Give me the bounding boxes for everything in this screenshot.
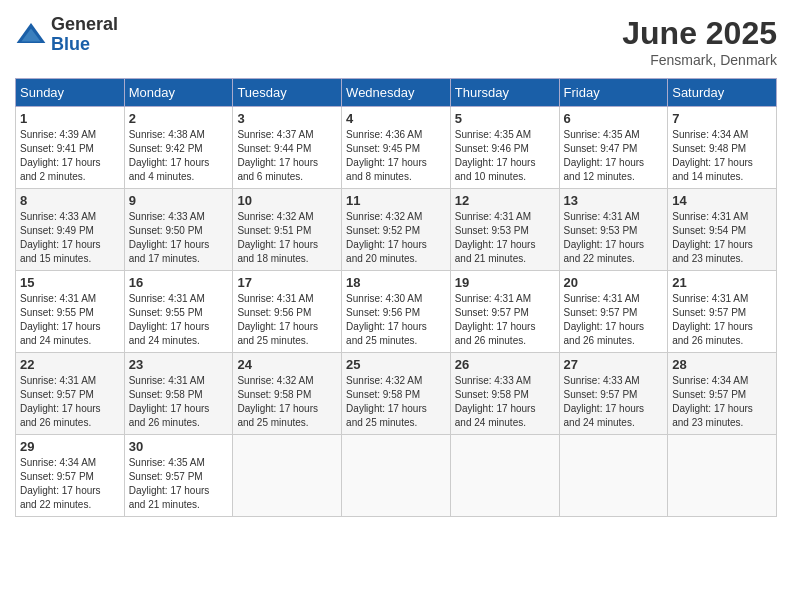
sunrise-label: Sunrise: 4:31 AM — [672, 293, 748, 304]
calendar-cell: 24 Sunrise: 4:32 AM Sunset: 9:58 PM Dayl… — [233, 353, 342, 435]
sunrise-label: Sunrise: 4:36 AM — [346, 129, 422, 140]
daylight-label: Daylight: 17 hours and 24 minutes. — [20, 321, 101, 346]
sunset-label: Sunset: 9:49 PM — [20, 225, 94, 236]
daylight-label: Daylight: 17 hours and 15 minutes. — [20, 239, 101, 264]
daylight-label: Daylight: 17 hours and 24 minutes. — [129, 321, 210, 346]
daylight-label: Daylight: 17 hours and 26 minutes. — [564, 321, 645, 346]
sunrise-label: Sunrise: 4:37 AM — [237, 129, 313, 140]
calendar-cell — [668, 435, 777, 517]
sunset-label: Sunset: 9:56 PM — [346, 307, 420, 318]
sunset-label: Sunset: 9:45 PM — [346, 143, 420, 154]
daylight-label: Daylight: 17 hours and 4 minutes. — [129, 157, 210, 182]
sunset-label: Sunset: 9:50 PM — [129, 225, 203, 236]
calendar-header-sunday: Sunday — [16, 79, 125, 107]
day-info: Sunrise: 4:35 AM Sunset: 9:47 PM Dayligh… — [564, 128, 664, 184]
day-info: Sunrise: 4:31 AM Sunset: 9:57 PM Dayligh… — [564, 292, 664, 348]
sunset-label: Sunset: 9:58 PM — [129, 389, 203, 400]
day-info: Sunrise: 4:31 AM Sunset: 9:57 PM Dayligh… — [455, 292, 555, 348]
calendar-cell: 1 Sunrise: 4:39 AM Sunset: 9:41 PM Dayli… — [16, 107, 125, 189]
day-info: Sunrise: 4:37 AM Sunset: 9:44 PM Dayligh… — [237, 128, 337, 184]
daylight-label: Daylight: 17 hours and 22 minutes. — [20, 485, 101, 510]
calendar-cell: 23 Sunrise: 4:31 AM Sunset: 9:58 PM Dayl… — [124, 353, 233, 435]
sunrise-label: Sunrise: 4:34 AM — [672, 129, 748, 140]
day-number: 30 — [129, 439, 229, 454]
daylight-label: Daylight: 17 hours and 22 minutes. — [564, 239, 645, 264]
day-info: Sunrise: 4:31 AM Sunset: 9:53 PM Dayligh… — [455, 210, 555, 266]
calendar-cell: 30 Sunrise: 4:35 AM Sunset: 9:57 PM Dayl… — [124, 435, 233, 517]
day-number: 27 — [564, 357, 664, 372]
calendar-cell: 10 Sunrise: 4:32 AM Sunset: 9:51 PM Dayl… — [233, 189, 342, 271]
day-number: 3 — [237, 111, 337, 126]
calendar-week-row: 1 Sunrise: 4:39 AM Sunset: 9:41 PM Dayli… — [16, 107, 777, 189]
calendar-table: SundayMondayTuesdayWednesdayThursdayFrid… — [15, 78, 777, 517]
sunset-label: Sunset: 9:57 PM — [564, 389, 638, 400]
sunset-label: Sunset: 9:58 PM — [346, 389, 420, 400]
calendar-cell: 6 Sunrise: 4:35 AM Sunset: 9:47 PM Dayli… — [559, 107, 668, 189]
sunset-label: Sunset: 9:53 PM — [455, 225, 529, 236]
sunrise-label: Sunrise: 4:33 AM — [20, 211, 96, 222]
day-info: Sunrise: 4:31 AM Sunset: 9:55 PM Dayligh… — [20, 292, 120, 348]
day-info: Sunrise: 4:33 AM Sunset: 9:58 PM Dayligh… — [455, 374, 555, 430]
sunset-label: Sunset: 9:54 PM — [672, 225, 746, 236]
sunrise-label: Sunrise: 4:32 AM — [346, 211, 422, 222]
calendar-cell: 29 Sunrise: 4:34 AM Sunset: 9:57 PM Dayl… — [16, 435, 125, 517]
day-info: Sunrise: 4:35 AM Sunset: 9:46 PM Dayligh… — [455, 128, 555, 184]
day-info: Sunrise: 4:39 AM Sunset: 9:41 PM Dayligh… — [20, 128, 120, 184]
sunrise-label: Sunrise: 4:35 AM — [129, 457, 205, 468]
title-section: June 2025 Fensmark, Denmark — [622, 15, 777, 68]
day-number: 25 — [346, 357, 446, 372]
sunrise-label: Sunrise: 4:33 AM — [455, 375, 531, 386]
calendar-cell — [342, 435, 451, 517]
sunrise-label: Sunrise: 4:31 AM — [564, 211, 640, 222]
calendar-header-row: SundayMondayTuesdayWednesdayThursdayFrid… — [16, 79, 777, 107]
logo: General Blue — [15, 15, 118, 55]
sunrise-label: Sunrise: 4:31 AM — [20, 293, 96, 304]
day-number: 8 — [20, 193, 120, 208]
daylight-label: Daylight: 17 hours and 24 minutes. — [564, 403, 645, 428]
daylight-label: Daylight: 17 hours and 26 minutes. — [129, 403, 210, 428]
calendar-cell: 28 Sunrise: 4:34 AM Sunset: 9:57 PM Dayl… — [668, 353, 777, 435]
day-number: 12 — [455, 193, 555, 208]
month-title: June 2025 — [622, 15, 777, 52]
day-info: Sunrise: 4:31 AM Sunset: 9:57 PM Dayligh… — [672, 292, 772, 348]
day-number: 19 — [455, 275, 555, 290]
sunrise-label: Sunrise: 4:35 AM — [564, 129, 640, 140]
day-number: 6 — [564, 111, 664, 126]
day-info: Sunrise: 4:31 AM Sunset: 9:53 PM Dayligh… — [564, 210, 664, 266]
day-info: Sunrise: 4:38 AM Sunset: 9:42 PM Dayligh… — [129, 128, 229, 184]
calendar-header-tuesday: Tuesday — [233, 79, 342, 107]
day-info: Sunrise: 4:35 AM Sunset: 9:57 PM Dayligh… — [129, 456, 229, 512]
day-info: Sunrise: 4:30 AM Sunset: 9:56 PM Dayligh… — [346, 292, 446, 348]
calendar-cell: 7 Sunrise: 4:34 AM Sunset: 9:48 PM Dayli… — [668, 107, 777, 189]
sunrise-label: Sunrise: 4:32 AM — [237, 375, 313, 386]
calendar-cell: 22 Sunrise: 4:31 AM Sunset: 9:57 PM Dayl… — [16, 353, 125, 435]
calendar-header-wednesday: Wednesday — [342, 79, 451, 107]
calendar-cell: 16 Sunrise: 4:31 AM Sunset: 9:55 PM Dayl… — [124, 271, 233, 353]
daylight-label: Daylight: 17 hours and 21 minutes. — [129, 485, 210, 510]
day-info: Sunrise: 4:32 AM Sunset: 9:58 PM Dayligh… — [346, 374, 446, 430]
daylight-label: Daylight: 17 hours and 17 minutes. — [129, 239, 210, 264]
day-info: Sunrise: 4:31 AM Sunset: 9:54 PM Dayligh… — [672, 210, 772, 266]
calendar-cell: 5 Sunrise: 4:35 AM Sunset: 9:46 PM Dayli… — [450, 107, 559, 189]
calendar-cell: 21 Sunrise: 4:31 AM Sunset: 9:57 PM Dayl… — [668, 271, 777, 353]
calendar-cell — [233, 435, 342, 517]
day-info: Sunrise: 4:32 AM Sunset: 9:51 PM Dayligh… — [237, 210, 337, 266]
sunrise-label: Sunrise: 4:39 AM — [20, 129, 96, 140]
calendar-cell — [450, 435, 559, 517]
daylight-label: Daylight: 17 hours and 2 minutes. — [20, 157, 101, 182]
day-info: Sunrise: 4:34 AM Sunset: 9:48 PM Dayligh… — [672, 128, 772, 184]
logo-blue-text: Blue — [51, 35, 118, 55]
day-number: 5 — [455, 111, 555, 126]
sunset-label: Sunset: 9:56 PM — [237, 307, 311, 318]
calendar-week-row: 15 Sunrise: 4:31 AM Sunset: 9:55 PM Dayl… — [16, 271, 777, 353]
calendar-cell: 12 Sunrise: 4:31 AM Sunset: 9:53 PM Dayl… — [450, 189, 559, 271]
daylight-label: Daylight: 17 hours and 14 minutes. — [672, 157, 753, 182]
daylight-label: Daylight: 17 hours and 18 minutes. — [237, 239, 318, 264]
location: Fensmark, Denmark — [622, 52, 777, 68]
daylight-label: Daylight: 17 hours and 20 minutes. — [346, 239, 427, 264]
day-number: 4 — [346, 111, 446, 126]
calendar-cell: 17 Sunrise: 4:31 AM Sunset: 9:56 PM Dayl… — [233, 271, 342, 353]
sunset-label: Sunset: 9:44 PM — [237, 143, 311, 154]
day-info: Sunrise: 4:33 AM Sunset: 9:57 PM Dayligh… — [564, 374, 664, 430]
day-number: 2 — [129, 111, 229, 126]
